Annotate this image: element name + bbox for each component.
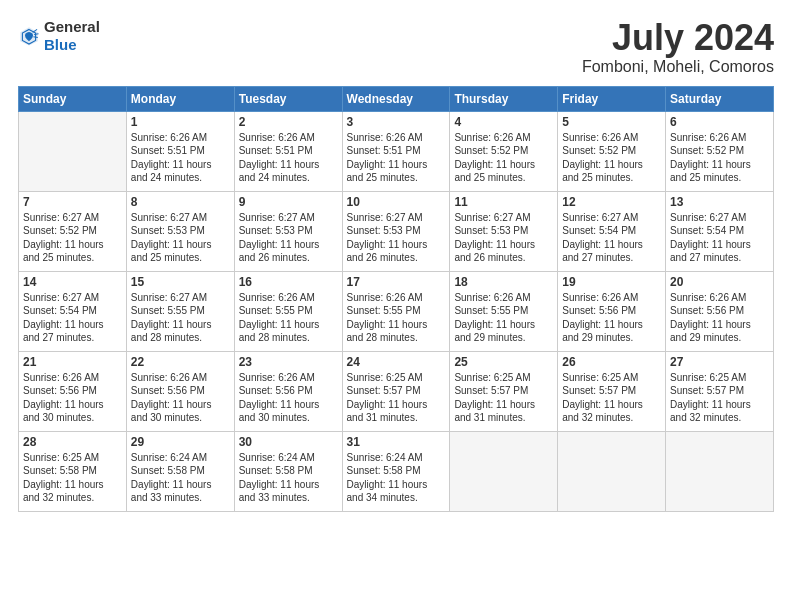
calendar-cell: 1Sunrise: 6:26 AM Sunset: 5:51 PM Daylig… — [126, 111, 234, 191]
cell-details: Sunrise: 6:26 AM Sunset: 5:51 PM Dayligh… — [347, 131, 446, 185]
logo-general: General — [44, 18, 100, 35]
cell-details: Sunrise: 6:26 AM Sunset: 5:51 PM Dayligh… — [131, 131, 230, 185]
day-number: 3 — [347, 115, 446, 129]
col-header-wednesday: Wednesday — [342, 86, 450, 111]
cell-details: Sunrise: 6:26 AM Sunset: 5:56 PM Dayligh… — [239, 371, 338, 425]
calendar-cell: 3Sunrise: 6:26 AM Sunset: 5:51 PM Daylig… — [342, 111, 450, 191]
calendar-cell — [19, 111, 127, 191]
calendar-cell: 12Sunrise: 6:27 AM Sunset: 5:54 PM Dayli… — [558, 191, 666, 271]
col-header-monday: Monday — [126, 86, 234, 111]
month-title: July 2024 — [582, 18, 774, 58]
cell-details: Sunrise: 6:27 AM Sunset: 5:52 PM Dayligh… — [23, 211, 122, 265]
cell-details: Sunrise: 6:24 AM Sunset: 5:58 PM Dayligh… — [347, 451, 446, 505]
cell-details: Sunrise: 6:26 AM Sunset: 5:52 PM Dayligh… — [454, 131, 553, 185]
col-header-saturday: Saturday — [666, 86, 774, 111]
cell-details: Sunrise: 6:24 AM Sunset: 5:58 PM Dayligh… — [239, 451, 338, 505]
calendar-cell: 17Sunrise: 6:26 AM Sunset: 5:55 PM Dayli… — [342, 271, 450, 351]
calendar-table: SundayMondayTuesdayWednesdayThursdayFrid… — [18, 86, 774, 512]
cell-details: Sunrise: 6:27 AM Sunset: 5:53 PM Dayligh… — [454, 211, 553, 265]
calendar-cell: 29Sunrise: 6:24 AM Sunset: 5:58 PM Dayli… — [126, 431, 234, 511]
calendar-cell: 30Sunrise: 6:24 AM Sunset: 5:58 PM Dayli… — [234, 431, 342, 511]
col-header-tuesday: Tuesday — [234, 86, 342, 111]
day-number: 12 — [562, 195, 661, 209]
day-number: 14 — [23, 275, 122, 289]
cell-details: Sunrise: 6:27 AM Sunset: 5:54 PM Dayligh… — [23, 291, 122, 345]
day-number: 17 — [347, 275, 446, 289]
cell-details: Sunrise: 6:26 AM Sunset: 5:52 PM Dayligh… — [670, 131, 769, 185]
cell-details: Sunrise: 6:26 AM Sunset: 5:56 PM Dayligh… — [131, 371, 230, 425]
cell-details: Sunrise: 6:26 AM Sunset: 5:56 PM Dayligh… — [562, 291, 661, 345]
calendar-week-5: 28Sunrise: 6:25 AM Sunset: 5:58 PM Dayli… — [19, 431, 774, 511]
calendar-cell: 31Sunrise: 6:24 AM Sunset: 5:58 PM Dayli… — [342, 431, 450, 511]
logo-text: General Blue — [44, 18, 100, 54]
day-number: 10 — [347, 195, 446, 209]
day-number: 2 — [239, 115, 338, 129]
calendar-cell: 27Sunrise: 6:25 AM Sunset: 5:57 PM Dayli… — [666, 351, 774, 431]
cell-details: Sunrise: 6:27 AM Sunset: 5:53 PM Dayligh… — [131, 211, 230, 265]
cell-details: Sunrise: 6:25 AM Sunset: 5:57 PM Dayligh… — [562, 371, 661, 425]
day-number: 8 — [131, 195, 230, 209]
day-number: 20 — [670, 275, 769, 289]
day-number: 16 — [239, 275, 338, 289]
cell-details: Sunrise: 6:27 AM Sunset: 5:55 PM Dayligh… — [131, 291, 230, 345]
calendar-cell — [666, 431, 774, 511]
calendar-cell: 26Sunrise: 6:25 AM Sunset: 5:57 PM Dayli… — [558, 351, 666, 431]
day-number: 25 — [454, 355, 553, 369]
day-number: 18 — [454, 275, 553, 289]
calendar-cell: 19Sunrise: 6:26 AM Sunset: 5:56 PM Dayli… — [558, 271, 666, 351]
col-header-sunday: Sunday — [19, 86, 127, 111]
cell-details: Sunrise: 6:26 AM Sunset: 5:55 PM Dayligh… — [454, 291, 553, 345]
calendar-cell: 24Sunrise: 6:25 AM Sunset: 5:57 PM Dayli… — [342, 351, 450, 431]
cell-details: Sunrise: 6:25 AM Sunset: 5:57 PM Dayligh… — [454, 371, 553, 425]
day-number: 1 — [131, 115, 230, 129]
day-number: 23 — [239, 355, 338, 369]
calendar-cell — [558, 431, 666, 511]
col-header-friday: Friday — [558, 86, 666, 111]
day-number: 29 — [131, 435, 230, 449]
calendar-cell: 18Sunrise: 6:26 AM Sunset: 5:55 PM Dayli… — [450, 271, 558, 351]
col-header-thursday: Thursday — [450, 86, 558, 111]
day-number: 13 — [670, 195, 769, 209]
day-number: 30 — [239, 435, 338, 449]
day-number: 6 — [670, 115, 769, 129]
day-number: 4 — [454, 115, 553, 129]
cell-details: Sunrise: 6:26 AM Sunset: 5:55 PM Dayligh… — [347, 291, 446, 345]
calendar-cell: 28Sunrise: 6:25 AM Sunset: 5:58 PM Dayli… — [19, 431, 127, 511]
calendar-cell: 8Sunrise: 6:27 AM Sunset: 5:53 PM Daylig… — [126, 191, 234, 271]
day-number: 24 — [347, 355, 446, 369]
cell-details: Sunrise: 6:26 AM Sunset: 5:56 PM Dayligh… — [23, 371, 122, 425]
logo: General Blue — [18, 18, 100, 54]
logo-icon — [18, 25, 40, 47]
cell-details: Sunrise: 6:25 AM Sunset: 5:57 PM Dayligh… — [347, 371, 446, 425]
calendar-cell: 23Sunrise: 6:26 AM Sunset: 5:56 PM Dayli… — [234, 351, 342, 431]
day-number: 28 — [23, 435, 122, 449]
location-title: Fomboni, Moheli, Comoros — [582, 58, 774, 76]
day-number: 21 — [23, 355, 122, 369]
calendar-cell: 21Sunrise: 6:26 AM Sunset: 5:56 PM Dayli… — [19, 351, 127, 431]
calendar-cell: 13Sunrise: 6:27 AM Sunset: 5:54 PM Dayli… — [666, 191, 774, 271]
calendar-header-row: SundayMondayTuesdayWednesdayThursdayFrid… — [19, 86, 774, 111]
day-number: 22 — [131, 355, 230, 369]
calendar-cell: 10Sunrise: 6:27 AM Sunset: 5:53 PM Dayli… — [342, 191, 450, 271]
cell-details: Sunrise: 6:26 AM Sunset: 5:52 PM Dayligh… — [562, 131, 661, 185]
calendar-cell: 25Sunrise: 6:25 AM Sunset: 5:57 PM Dayli… — [450, 351, 558, 431]
calendar-cell: 6Sunrise: 6:26 AM Sunset: 5:52 PM Daylig… — [666, 111, 774, 191]
calendar-cell: 7Sunrise: 6:27 AM Sunset: 5:52 PM Daylig… — [19, 191, 127, 271]
day-number: 27 — [670, 355, 769, 369]
day-number: 26 — [562, 355, 661, 369]
calendar-week-1: 1Sunrise: 6:26 AM Sunset: 5:51 PM Daylig… — [19, 111, 774, 191]
cell-details: Sunrise: 6:27 AM Sunset: 5:53 PM Dayligh… — [347, 211, 446, 265]
header: General Blue July 2024 Fomboni, Moheli, … — [18, 18, 774, 76]
calendar-cell: 5Sunrise: 6:26 AM Sunset: 5:52 PM Daylig… — [558, 111, 666, 191]
cell-details: Sunrise: 6:26 AM Sunset: 5:51 PM Dayligh… — [239, 131, 338, 185]
day-number: 15 — [131, 275, 230, 289]
day-number: 19 — [562, 275, 661, 289]
cell-details: Sunrise: 6:26 AM Sunset: 5:56 PM Dayligh… — [670, 291, 769, 345]
calendar-week-2: 7Sunrise: 6:27 AM Sunset: 5:52 PM Daylig… — [19, 191, 774, 271]
calendar-cell: 22Sunrise: 6:26 AM Sunset: 5:56 PM Dayli… — [126, 351, 234, 431]
calendar-cell: 15Sunrise: 6:27 AM Sunset: 5:55 PM Dayli… — [126, 271, 234, 351]
logo-blue: Blue — [44, 36, 77, 53]
calendar-page: General Blue July 2024 Fomboni, Moheli, … — [0, 0, 792, 612]
calendar-cell: 2Sunrise: 6:26 AM Sunset: 5:51 PM Daylig… — [234, 111, 342, 191]
day-number: 5 — [562, 115, 661, 129]
